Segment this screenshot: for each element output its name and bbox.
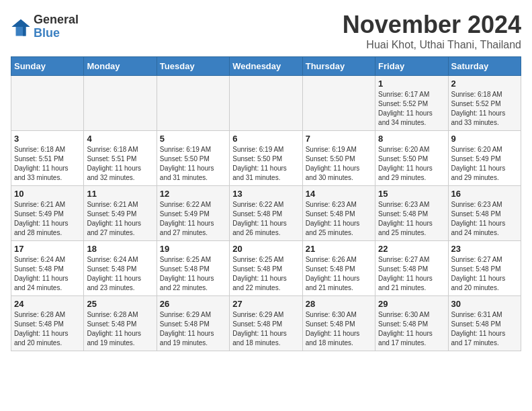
location-title: Huai Khot, Uthai Thani, Thailand bbox=[343, 39, 521, 51]
day-cell: 28Sunrise: 6:30 AM Sunset: 5:48 PM Dayli… bbox=[302, 296, 375, 351]
day-number: 22 bbox=[378, 244, 445, 254]
day-cell: 8Sunrise: 6:20 AM Sunset: 5:50 PM Daylig… bbox=[375, 131, 448, 186]
day-cell bbox=[302, 76, 375, 131]
title-area: November 2024 Huai Khot, Uthai Thani, Th… bbox=[343, 11, 521, 51]
day-info: Sunrise: 6:23 AM Sunset: 5:48 PM Dayligh… bbox=[451, 200, 518, 238]
header-cell-monday: Monday bbox=[84, 57, 157, 76]
day-cell: 24Sunrise: 6:28 AM Sunset: 5:48 PM Dayli… bbox=[11, 296, 84, 351]
day-cell bbox=[230, 76, 302, 131]
day-info: Sunrise: 6:18 AM Sunset: 5:52 PM Dayligh… bbox=[451, 90, 518, 128]
page-header: General Blue November 2024 Huai Khot, Ut… bbox=[11, 11, 521, 51]
day-info: Sunrise: 6:28 AM Sunset: 5:48 PM Dayligh… bbox=[14, 310, 81, 348]
day-info: Sunrise: 6:20 AM Sunset: 5:49 PM Dayligh… bbox=[451, 145, 518, 183]
logo-text: General Blue bbox=[34, 13, 79, 40]
header-cell-wednesday: Wednesday bbox=[230, 57, 302, 76]
day-info: Sunrise: 6:28 AM Sunset: 5:48 PM Dayligh… bbox=[87, 310, 153, 348]
day-number: 18 bbox=[87, 244, 153, 254]
logo-general-text: General bbox=[34, 13, 79, 27]
day-number: 2 bbox=[451, 79, 518, 89]
day-number: 10 bbox=[14, 189, 81, 199]
day-info: Sunrise: 6:22 AM Sunset: 5:49 PM Dayligh… bbox=[160, 200, 226, 238]
header-cell-saturday: Saturday bbox=[448, 57, 521, 76]
day-cell: 14Sunrise: 6:23 AM Sunset: 5:48 PM Dayli… bbox=[302, 186, 375, 241]
day-info: Sunrise: 6:18 AM Sunset: 5:51 PM Dayligh… bbox=[14, 145, 81, 183]
day-number: 6 bbox=[232, 134, 299, 144]
day-info: Sunrise: 6:24 AM Sunset: 5:48 PM Dayligh… bbox=[87, 255, 153, 293]
logo-icon bbox=[11, 17, 31, 37]
calendar-body: 1Sunrise: 6:17 AM Sunset: 5:52 PM Daylig… bbox=[11, 76, 521, 351]
day-info: Sunrise: 6:24 AM Sunset: 5:48 PM Dayligh… bbox=[14, 255, 81, 293]
day-cell: 25Sunrise: 6:28 AM Sunset: 5:48 PM Dayli… bbox=[84, 296, 157, 351]
day-info: Sunrise: 6:25 AM Sunset: 5:48 PM Dayligh… bbox=[232, 255, 299, 293]
header-cell-tuesday: Tuesday bbox=[157, 57, 229, 76]
day-cell bbox=[157, 76, 229, 131]
day-number: 25 bbox=[87, 299, 153, 309]
month-title: November 2024 bbox=[343, 11, 521, 39]
day-info: Sunrise: 6:21 AM Sunset: 5:49 PM Dayligh… bbox=[14, 200, 81, 238]
day-cell: 3Sunrise: 6:18 AM Sunset: 5:51 PM Daylig… bbox=[11, 131, 84, 186]
day-cell: 4Sunrise: 6:18 AM Sunset: 5:51 PM Daylig… bbox=[84, 131, 157, 186]
day-number: 29 bbox=[378, 299, 445, 309]
day-info: Sunrise: 6:30 AM Sunset: 5:48 PM Dayligh… bbox=[306, 310, 372, 348]
day-info: Sunrise: 6:27 AM Sunset: 5:48 PM Dayligh… bbox=[451, 255, 518, 293]
day-number: 9 bbox=[451, 134, 518, 144]
header-cell-friday: Friday bbox=[375, 57, 448, 76]
header-cell-thursday: Thursday bbox=[302, 57, 375, 76]
day-info: Sunrise: 6:25 AM Sunset: 5:48 PM Dayligh… bbox=[160, 255, 226, 293]
day-number: 21 bbox=[306, 244, 372, 254]
day-cell: 1Sunrise: 6:17 AM Sunset: 5:52 PM Daylig… bbox=[375, 76, 448, 131]
day-cell: 19Sunrise: 6:25 AM Sunset: 5:48 PM Dayli… bbox=[157, 241, 229, 296]
day-number: 13 bbox=[232, 189, 299, 199]
day-info: Sunrise: 6:23 AM Sunset: 5:48 PM Dayligh… bbox=[306, 200, 372, 238]
day-info: Sunrise: 6:30 AM Sunset: 5:48 PM Dayligh… bbox=[378, 310, 445, 348]
day-number: 24 bbox=[14, 299, 81, 309]
day-cell: 20Sunrise: 6:25 AM Sunset: 5:48 PM Dayli… bbox=[230, 241, 302, 296]
day-number: 12 bbox=[160, 189, 226, 199]
week-row-2: 3Sunrise: 6:18 AM Sunset: 5:51 PM Daylig… bbox=[11, 131, 521, 186]
day-cell: 26Sunrise: 6:29 AM Sunset: 5:48 PM Dayli… bbox=[157, 296, 229, 351]
day-cell bbox=[11, 76, 84, 131]
day-info: Sunrise: 6:26 AM Sunset: 5:48 PM Dayligh… bbox=[306, 255, 372, 293]
day-info: Sunrise: 6:19 AM Sunset: 5:50 PM Dayligh… bbox=[306, 145, 372, 183]
day-cell: 6Sunrise: 6:19 AM Sunset: 5:50 PM Daylig… bbox=[230, 131, 302, 186]
day-info: Sunrise: 6:17 AM Sunset: 5:52 PM Dayligh… bbox=[378, 90, 445, 128]
day-cell bbox=[84, 76, 157, 131]
day-info: Sunrise: 6:29 AM Sunset: 5:48 PM Dayligh… bbox=[232, 310, 299, 348]
day-number: 4 bbox=[87, 134, 153, 144]
day-info: Sunrise: 6:19 AM Sunset: 5:50 PM Dayligh… bbox=[160, 145, 226, 183]
day-info: Sunrise: 6:21 AM Sunset: 5:49 PM Dayligh… bbox=[87, 200, 153, 238]
day-cell: 17Sunrise: 6:24 AM Sunset: 5:48 PM Dayli… bbox=[11, 241, 84, 296]
day-cell: 7Sunrise: 6:19 AM Sunset: 5:50 PM Daylig… bbox=[302, 131, 375, 186]
logo: General Blue bbox=[11, 13, 79, 40]
day-cell: 21Sunrise: 6:26 AM Sunset: 5:48 PM Dayli… bbox=[302, 241, 375, 296]
day-number: 3 bbox=[14, 134, 81, 144]
day-cell: 30Sunrise: 6:31 AM Sunset: 5:48 PM Dayli… bbox=[448, 296, 521, 351]
day-cell: 11Sunrise: 6:21 AM Sunset: 5:49 PM Dayli… bbox=[84, 186, 157, 241]
day-cell: 12Sunrise: 6:22 AM Sunset: 5:49 PM Dayli… bbox=[157, 186, 229, 241]
day-cell: 16Sunrise: 6:23 AM Sunset: 5:48 PM Dayli… bbox=[448, 186, 521, 241]
day-cell: 27Sunrise: 6:29 AM Sunset: 5:48 PM Dayli… bbox=[230, 296, 302, 351]
day-number: 11 bbox=[87, 189, 153, 199]
day-number: 16 bbox=[451, 189, 518, 199]
day-info: Sunrise: 6:29 AM Sunset: 5:48 PM Dayligh… bbox=[160, 310, 226, 348]
day-info: Sunrise: 6:18 AM Sunset: 5:51 PM Dayligh… bbox=[87, 145, 153, 183]
day-number: 17 bbox=[14, 244, 81, 254]
day-number: 8 bbox=[378, 134, 445, 144]
day-info: Sunrise: 6:20 AM Sunset: 5:50 PM Dayligh… bbox=[378, 145, 445, 183]
day-cell: 18Sunrise: 6:24 AM Sunset: 5:48 PM Dayli… bbox=[84, 241, 157, 296]
day-info: Sunrise: 6:22 AM Sunset: 5:48 PM Dayligh… bbox=[232, 200, 299, 238]
day-info: Sunrise: 6:31 AM Sunset: 5:48 PM Dayligh… bbox=[451, 310, 518, 348]
day-info: Sunrise: 6:19 AM Sunset: 5:50 PM Dayligh… bbox=[232, 145, 299, 183]
week-row-4: 17Sunrise: 6:24 AM Sunset: 5:48 PM Dayli… bbox=[11, 241, 521, 296]
header-row: SundayMondayTuesdayWednesdayThursdayFrid… bbox=[11, 57, 521, 76]
week-row-1: 1Sunrise: 6:17 AM Sunset: 5:52 PM Daylig… bbox=[11, 76, 521, 131]
header-cell-sunday: Sunday bbox=[11, 57, 84, 76]
calendar-table: SundayMondayTuesdayWednesdayThursdayFrid… bbox=[11, 56, 521, 351]
day-number: 28 bbox=[306, 299, 372, 309]
day-cell: 9Sunrise: 6:20 AM Sunset: 5:49 PM Daylig… bbox=[448, 131, 521, 186]
day-info: Sunrise: 6:23 AM Sunset: 5:48 PM Dayligh… bbox=[378, 200, 445, 238]
day-number: 15 bbox=[378, 189, 445, 199]
day-info: Sunrise: 6:27 AM Sunset: 5:48 PM Dayligh… bbox=[378, 255, 445, 293]
day-cell: 2Sunrise: 6:18 AM Sunset: 5:52 PM Daylig… bbox=[448, 76, 521, 131]
day-cell: 10Sunrise: 6:21 AM Sunset: 5:49 PM Dayli… bbox=[11, 186, 84, 241]
